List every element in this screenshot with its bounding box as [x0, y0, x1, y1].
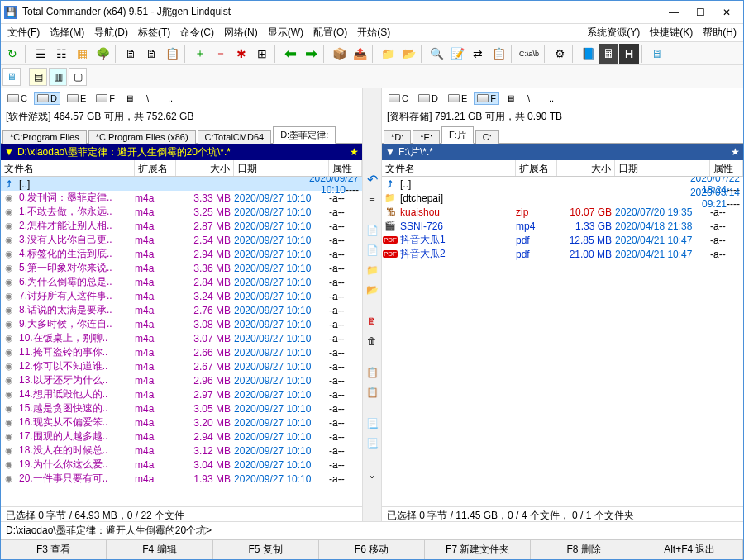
settings-icon[interactable]: ⚙ [550, 44, 570, 64]
favorite-icon[interactable]: ★ [731, 146, 740, 158]
right-pathbar[interactable]: ▼ F:\片\*.* ★ [382, 144, 743, 160]
menu-sysres[interactable]: 系统资源(Y) [582, 24, 645, 41]
file-row[interactable]: ◉16.现实从不偏爱笨..m4a3.20 MB2020/09/27 10:10-… [1, 415, 362, 429]
favorite-icon[interactable]: ★ [350, 146, 359, 158]
panel3-icon[interactable]: ▢ [69, 68, 87, 86]
file-row[interactable]: 🎬SSNI-726mp41.33 GB2020/04/18 21:38-a-- [382, 219, 743, 233]
file-row[interactable]: ◉2.怎样才能让别人相..m4a2.87 MB2020/09/27 10:10-… [1, 219, 362, 233]
back-icon[interactable]: ⬅ [280, 44, 300, 64]
parent-icon[interactable]: .. [165, 92, 183, 105]
close-button[interactable]: ✕ [713, 2, 740, 22]
f6-button[interactable]: F6 移动 [319, 540, 425, 559]
file-row[interactable]: ◉11.掩耳盗铃的事你..m4a2.66 MB2020/09/27 10:10-… [1, 345, 362, 359]
menu-help[interactable]: 帮助(H) [698, 24, 742, 41]
tab[interactable]: D:墨菲定律: [273, 126, 336, 144]
menu-shortcut[interactable]: 快捷键(K) [645, 24, 698, 41]
cab-label[interactable]: C:\a\b [517, 44, 541, 64]
col-ext[interactable]: 扩展名 [516, 160, 557, 176]
move-icon[interactable]: 📄 [364, 242, 380, 259]
forward-icon[interactable]: ➡ [301, 44, 321, 64]
file-row[interactable]: ◉15.越是贪图快速的..m4a3.05 MB2020/09/27 10:10-… [1, 401, 362, 415]
file-row[interactable]: ◉9.大多时候，你连自..m4a3.08 MB2020/09/27 10:10-… [1, 317, 362, 331]
file-row[interactable]: ◉4.标签化的生活到底..m4a2.94 MB2020/09/27 10:10-… [1, 247, 362, 261]
view-brief-icon[interactable]: ☰ [31, 44, 50, 64]
tab[interactable]: *D: [384, 130, 411, 144]
left-filelist[interactable]: ⤴[..]2020/09/27 10:10----◉0.发刊词：墨菲定律..m4… [1, 177, 362, 506]
file-row[interactable]: ◉12.你可以不知道谁..m4a2.67 MB2020/09/27 10:10-… [1, 359, 362, 373]
select-none-icon[interactable]: － [211, 44, 231, 64]
menu-cmd[interactable]: 命令(C) [175, 24, 219, 41]
right-filelist[interactable]: ⤴[..]2020/07/22 18:24----📁[dtchepai]2020… [382, 177, 743, 506]
file-row[interactable]: PDF抖音大瓜2pdf21.00 MB2020/04/21 10:47-a-- [382, 247, 743, 261]
f5-button[interactable]: F5 复制 [213, 540, 319, 559]
refresh-icon[interactable]: ↻ [2, 44, 22, 64]
file-row[interactable]: ◉13.以牙还牙为什么..m4a2.96 MB2020/09/27 10:10-… [1, 373, 362, 387]
view-full-icon[interactable]: ☷ [51, 44, 71, 64]
menu-start[interactable]: 开始(S) [352, 24, 395, 41]
altf4-button[interactable]: Alt+F4 退出 [637, 540, 743, 559]
col-size[interactable]: 大小 [557, 160, 615, 176]
select-all-icon[interactable]: ＋ [190, 44, 210, 64]
drive-c[interactable]: C [385, 92, 412, 105]
f3-button[interactable]: F3 查看 [1, 540, 107, 559]
menu-net[interactable]: 网络(N) [219, 24, 263, 41]
newfolder-icon[interactable]: 📁 [364, 262, 380, 278]
command-line[interactable]: D:\xiaodao\墨菲定律：避开人生倒霉的20个坑> [1, 521, 743, 539]
ftp-icon[interactable]: 📁 [378, 44, 398, 64]
drive-e[interactable]: E [445, 92, 470, 105]
f8-button[interactable]: F8 删除 [531, 540, 637, 559]
calc-icon[interactable]: 🖩 [599, 44, 618, 64]
file-row[interactable]: ◉0.发刊词：墨菲定律..m4a3.33 MB2020/09/27 10:10-… [1, 191, 362, 205]
col-size[interactable]: 大小 [176, 160, 234, 176]
file-row[interactable]: 🗜kuaishouzip10.07 GB2020/07/20 19:35-a-- [382, 205, 743, 219]
list2-icon[interactable]: 📃 [364, 435, 380, 452]
file-row[interactable]: ◉7.讨好所有人这件事..m4a3.24 MB2020/09/27 10:10-… [1, 289, 362, 303]
menu-tag[interactable]: 标签(T) [133, 24, 175, 41]
sort-name-icon[interactable]: 🗎 [121, 44, 141, 64]
maximize-button[interactable]: ☐ [687, 2, 713, 22]
file-row[interactable]: ◉8.话说的太满是要承..m4a2.76 MB2020/09/27 10:10-… [1, 303, 362, 317]
sort-ext-icon[interactable]: 🗎 [141, 44, 161, 64]
notepad-icon[interactable]: 📘 [578, 44, 598, 64]
tab[interactable]: *C:Program Files [2, 130, 87, 144]
left-pathbar[interactable]: ▼ D:\xiaodao\墨菲定律：避开人生倒霉的20个坑\*.* ★ [1, 144, 362, 160]
col-name[interactable]: 文件名 [382, 160, 516, 176]
trash-icon[interactable]: 🗑 [364, 333, 380, 349]
sort-date-icon[interactable]: 📋 [162, 44, 182, 64]
search-icon[interactable]: 🔍 [427, 44, 446, 64]
drive-e[interactable]: E [64, 92, 89, 105]
root-icon[interactable]: \ [143, 92, 161, 105]
col-name[interactable]: 文件名 [1, 160, 135, 176]
parent-icon[interactable]: .. [546, 92, 564, 105]
file-row[interactable]: ◉5.第一印象对你来说..m4a3.36 MB2020/09/27 10:10-… [1, 261, 362, 275]
file-row[interactable]: ◉19.为什么你这么爱..m4a3.04 MB2020/09/27 10:10-… [1, 458, 362, 472]
col-date[interactable]: 日期 [234, 160, 329, 176]
copy-names-icon[interactable]: 📋 [489, 44, 508, 64]
network-icon[interactable]: 🖥 [503, 92, 521, 105]
file-row[interactable]: ◉3.没有人比你自己更..m4a2.54 MB2020/09/27 10:10-… [1, 233, 362, 247]
col-attr[interactable]: 属性 [710, 160, 743, 176]
menu-select[interactable]: 选择(M) [45, 24, 89, 41]
tab[interactable]: C: [475, 130, 499, 144]
file-row[interactable]: ◉6.为什么倒霉的总是..m4a2.84 MB2020/09/27 10:10-… [1, 275, 362, 289]
select-ext-icon[interactable]: ⊞ [252, 44, 272, 64]
col-attr[interactable]: 属性 [329, 160, 362, 176]
f7-button[interactable]: F7 新建文件夹 [425, 540, 531, 559]
tab[interactable]: C:TotalCMD64 [198, 130, 272, 144]
file-row[interactable]: ◉1.不敢去做，你永远..m4a3.25 MB2020/09/27 10:10-… [1, 205, 362, 219]
root-icon[interactable]: \ [524, 92, 542, 105]
display-icon[interactable]: 🖥 [647, 44, 667, 64]
folder-plus-icon[interactable]: 📂 [364, 282, 380, 298]
tab[interactable]: *C:Program Files (x86) [88, 130, 196, 144]
file-row[interactable]: ◉10.在饭桌上，别聊..m4a3.07 MB2020/09/27 10:10-… [1, 331, 362, 345]
pack-icon[interactable]: 📦 [329, 44, 349, 64]
menu-nav[interactable]: 导航(D) [89, 24, 133, 41]
paste-icon[interactable]: 📋 [364, 384, 380, 401]
desktop-icon[interactable]: 🖥 [2, 68, 21, 86]
file-row[interactable]: ◉18.没人在的时候总..m4a3.12 MB2020/09/27 10:10-… [1, 444, 362, 458]
list-icon[interactable]: 📃 [364, 415, 380, 432]
delete-icon[interactable]: 🗎 [364, 313, 380, 330]
invert-select-icon[interactable]: ✱ [231, 44, 251, 64]
down-icon[interactable]: ⌄ [364, 467, 380, 483]
h-icon[interactable]: H [619, 44, 639, 64]
